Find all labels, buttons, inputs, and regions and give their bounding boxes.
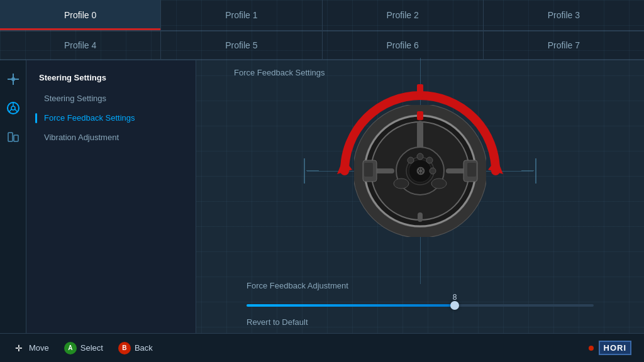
- sidebar-icons: [0, 60, 26, 333]
- revert-label: Revert to Default: [247, 317, 308, 327]
- svg-point-33: [430, 168, 436, 174]
- tab-profile5[interactable]: Profile 5: [161, 31, 322, 59]
- wheel-illustration: ⊛: [354, 105, 486, 237]
- wheel-container: ⊛: [326, 77, 514, 265]
- slider-track-container: 8: [247, 299, 594, 312]
- b-button-icon[interactable]: B: [118, 342, 131, 354]
- svg-point-32: [426, 157, 433, 163]
- a-button-icon[interactable]: A: [64, 342, 77, 354]
- left-nav: Steering Settings Steering Settings Forc…: [26, 60, 196, 333]
- hori-logo: HORI: [589, 341, 632, 355]
- bottom-bar: ✛ Move A Select B Back HORI: [0, 333, 644, 362]
- hori-badge: HORI: [599, 341, 632, 355]
- nav-item-vibration[interactable]: Vibration Adjustment: [26, 128, 196, 147]
- nav-item-steering[interactable]: Steering Settings: [26, 89, 196, 108]
- svg-rect-25: [467, 163, 476, 177]
- tab-profile3[interactable]: Profile 3: [484, 0, 644, 30]
- svg-point-35: [394, 178, 409, 189]
- back-label: Back: [135, 343, 153, 353]
- tabs-row1: Profile 0 Profile 1 Profile 2 Profile 3: [0, 0, 644, 31]
- tab-profile4[interactable]: Profile 4: [0, 31, 161, 59]
- right-measurement: [521, 158, 536, 184]
- tab-profile7[interactable]: Profile 7: [484, 31, 644, 59]
- back-action: B Back: [118, 342, 153, 354]
- nav-section-title: Steering Settings: [26, 69, 196, 86]
- svg-rect-34: [417, 111, 423, 120]
- svg-point-36: [431, 178, 447, 189]
- svg-rect-9: [14, 135, 18, 141]
- slider-value: 8: [453, 293, 457, 302]
- select-action: A Select: [64, 342, 103, 354]
- main-content: Steering Settings Steering Settings Forc…: [0, 60, 644, 333]
- slider-thumb[interactable]: [450, 301, 459, 310]
- tabs-row2: Profile 4 Profile 5 Profile 6 Profile 7: [0, 31, 644, 60]
- svg-marker-11: [488, 158, 503, 174]
- wheel-icon[interactable]: [4, 99, 22, 117]
- move-label: Move: [29, 343, 49, 353]
- bottom-actions: ✛ Move A Select B Back: [13, 342, 153, 354]
- slider-fill: [247, 304, 455, 307]
- svg-text:⊛: ⊛: [416, 165, 425, 177]
- tab-profile2[interactable]: Profile 2: [323, 0, 484, 30]
- tab-profile0[interactable]: Profile 0: [0, 0, 161, 30]
- hori-dot: [589, 346, 594, 351]
- svg-marker-10: [337, 158, 352, 174]
- nav-item-force-feedback[interactable]: Force Feedback Settings: [26, 108, 196, 128]
- tab-profile1[interactable]: Profile 1: [161, 0, 322, 30]
- slider-track[interactable]: 8: [247, 304, 594, 307]
- wheel-area: ⊛: [209, 67, 631, 275]
- left-measurement: [304, 158, 319, 184]
- center-content: Force Feedback Settings: [196, 60, 644, 333]
- svg-point-30: [408, 157, 414, 163]
- move-action: ✛ Move: [13, 342, 49, 354]
- svg-rect-23: [364, 163, 373, 177]
- gamepad-icon[interactable]: [4, 70, 22, 88]
- select-label: Select: [80, 343, 103, 353]
- svg-point-2: [11, 77, 15, 81]
- svg-line-7: [14, 109, 17, 112]
- svg-line-6: [9, 109, 11, 112]
- tab-profile6[interactable]: Profile 6: [323, 31, 484, 59]
- pedals-icon[interactable]: [4, 128, 22, 146]
- svg-point-31: [417, 153, 423, 160]
- dpad-icon: ✛: [13, 342, 25, 354]
- svg-rect-8: [8, 133, 13, 141]
